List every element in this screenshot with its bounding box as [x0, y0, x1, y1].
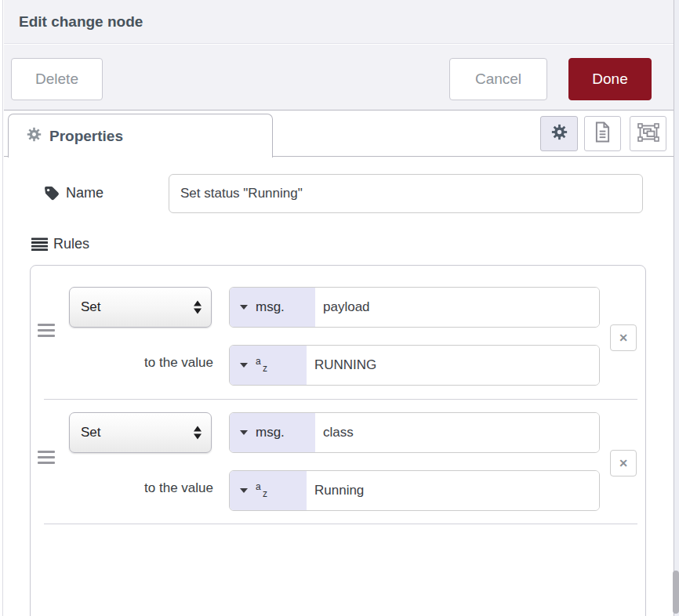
- rule-separator: [44, 524, 637, 524]
- document-icon: [594, 121, 611, 146]
- value-type-button[interactable]: az: [230, 471, 307, 510]
- to-the-value-label: to the value: [78, 480, 213, 496]
- rule-value-typed-input: az: [229, 470, 600, 511]
- chevron-down-icon: [240, 305, 248, 310]
- tray-right-edge: [674, 0, 679, 616]
- string-type-icon: az: [256, 480, 267, 501]
- dialog-header: Edit change node: [4, 0, 674, 44]
- property-type-button[interactable]: msg.: [230, 413, 315, 452]
- close-icon: ✕: [619, 332, 628, 344]
- cancel-button[interactable]: Cancel: [449, 58, 547, 100]
- property-type-button[interactable]: msg.: [230, 288, 315, 327]
- name-label: Name: [66, 185, 103, 201]
- rule-action-select[interactable]: Set: [69, 412, 212, 453]
- rule-property-typed-input: msg.: [229, 287, 600, 328]
- gear-icon: [27, 127, 42, 145]
- scrollbar-thumb[interactable]: [673, 571, 679, 614]
- rule-action-select[interactable]: Set: [69, 287, 212, 328]
- rule-value-input[interactable]: [307, 471, 599, 510]
- edit-node-dialog: Edit change node Delete Cancel Done: [0, 0, 679, 616]
- rule-action-value: Set: [81, 425, 101, 440]
- rule-drag-handle[interactable]: [38, 324, 55, 339]
- rule-separator: [44, 399, 637, 400]
- rules-label: Rules: [53, 236, 89, 252]
- chevron-down-icon: [240, 488, 248, 493]
- node-appearance-button[interactable]: [630, 116, 666, 151]
- object-group-icon: [637, 123, 659, 145]
- rule-value-input[interactable]: [307, 346, 599, 385]
- rule-property-input[interactable]: [315, 413, 599, 452]
- select-arrows-icon: [194, 426, 202, 440]
- rule-property-input[interactable]: [315, 288, 599, 327]
- to-the-value-label: to the value: [78, 355, 213, 371]
- remove-rule-button[interactable]: ✕: [610, 324, 637, 351]
- rule-drag-handle[interactable]: [38, 451, 55, 466]
- close-icon: ✕: [619, 457, 628, 469]
- node-settings-button[interactable]: [540, 116, 578, 151]
- gear-icon: [551, 124, 568, 143]
- value-type-button[interactable]: az: [230, 346, 307, 385]
- tab-properties-label: Properties: [49, 128, 123, 145]
- node-description-button[interactable]: [584, 116, 621, 151]
- chevron-down-icon: [240, 430, 248, 435]
- rule-value-typed-input: az: [229, 345, 600, 386]
- rule-property-typed-input: msg.: [229, 412, 600, 453]
- list-icon: [31, 237, 48, 255]
- name-input[interactable]: [169, 174, 643, 213]
- remove-rule-button[interactable]: ✕: [610, 450, 637, 476]
- done-button[interactable]: Done: [568, 58, 652, 100]
- select-arrows-icon: [194, 301, 202, 314]
- property-type-label: msg.: [256, 425, 285, 440]
- dialog-title: Edit change node: [4, 0, 674, 44]
- tag-icon: [44, 186, 60, 205]
- tray-left-edge: [0, 0, 3, 616]
- delete-button[interactable]: Delete: [11, 58, 103, 100]
- tab-properties[interactable]: Properties: [8, 114, 273, 158]
- string-type-icon: az: [256, 355, 267, 375]
- property-type-label: msg.: [256, 299, 285, 315]
- rule-action-value: Set: [81, 299, 101, 315]
- chevron-down-icon: [240, 363, 248, 368]
